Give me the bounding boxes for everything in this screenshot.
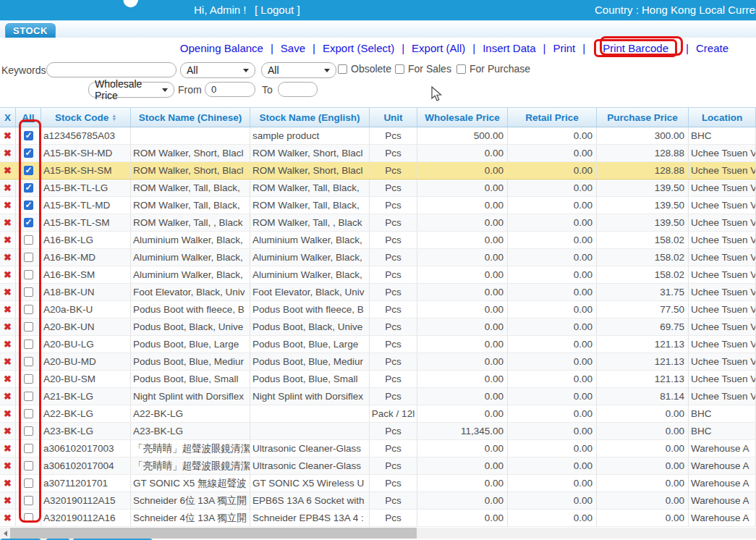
- row-checkbox[interactable]: [24, 409, 33, 418]
- toolbar-link-export-all-[interactable]: Export (All): [412, 42, 465, 54]
- row-checkbox[interactable]: [24, 305, 33, 314]
- cell-retail-price: 0.00: [508, 475, 597, 492]
- delete-row-icon[interactable]: ✖: [4, 200, 12, 211]
- col-header-all[interactable]: All: [16, 108, 41, 127]
- delete-row-icon[interactable]: ✖: [4, 460, 12, 471]
- cell-purchase-price: 139.50: [597, 197, 689, 214]
- row-checkbox[interactable]: [24, 201, 33, 210]
- delete-row-icon[interactable]: ✖: [4, 356, 12, 367]
- for-sales-checkbox[interactable]: [395, 64, 404, 74]
- toolbar-link-insert-data[interactable]: Insert Data: [483, 42, 535, 54]
- row-checkbox[interactable]: [24, 148, 33, 158]
- table-row: ✖a123456785A03sample productPcs500.000.0…: [0, 127, 756, 145]
- row-checkbox[interactable]: [24, 287, 33, 297]
- keywords-input[interactable]: [46, 62, 177, 77]
- cell-wholesale-price: 0.00: [417, 371, 508, 387]
- delete-row-icon[interactable]: ✖: [4, 512, 12, 523]
- price-to-input[interactable]: [278, 82, 318, 97]
- cell-stock-code: A20-BU-LG: [41, 336, 131, 353]
- cell-unit: Pcs: [370, 318, 417, 335]
- delete-cell: ✖: [0, 423, 16, 439]
- tab-stock[interactable]: STOCK: [5, 23, 56, 38]
- row-checkbox[interactable]: [24, 253, 33, 262]
- row-checkbox[interactable]: [24, 478, 33, 488]
- delete-row-icon[interactable]: ✖: [4, 391, 12, 402]
- col-header-stock-code[interactable]: Stock Code▲▼: [41, 108, 131, 127]
- table-row: ✖A20-BU-MDPodus Boot, Blue, MediurPodus …: [0, 353, 756, 371]
- row-checkbox[interactable]: [24, 183, 33, 193]
- delete-row-icon[interactable]: ✖: [4, 269, 12, 280]
- toolbar-link-opening-balance[interactable]: Opening Balance: [180, 42, 263, 54]
- col-header-stock-name-chinese-: Stock Name (Chinese): [131, 108, 250, 127]
- row-checkbox[interactable]: [24, 235, 33, 245]
- cell-wholesale-price: 0.00: [417, 266, 508, 283]
- delete-row-icon[interactable]: ✖: [4, 443, 12, 454]
- price-type-select[interactable]: Wholesale Price: [88, 82, 174, 98]
- row-checkbox[interactable]: [24, 131, 33, 140]
- delete-row-icon[interactable]: ✖: [4, 252, 12, 263]
- checkbox-cell: [16, 232, 41, 248]
- delete-row-icon[interactable]: ✖: [4, 339, 12, 350]
- delete-row-icon[interactable]: ✖: [4, 408, 12, 419]
- cell-location: Uchee Tsuen V: [689, 353, 756, 370]
- sort-icon: ▲▼: [111, 114, 116, 121]
- delete-row-icon[interactable]: ✖: [4, 165, 12, 176]
- row-checkbox[interactable]: [24, 270, 33, 279]
- table-row: ✖A20-BU-LGPodus Boot, Blue, LargePodus B…: [0, 336, 756, 353]
- price-from-input[interactable]: [205, 82, 255, 97]
- row-checkbox[interactable]: [24, 444, 33, 453]
- row-checkbox[interactable]: [24, 357, 33, 366]
- toolbar-link-save[interactable]: Save: [281, 42, 305, 54]
- logout-link[interactable]: [ Logout ]: [255, 4, 300, 16]
- cell-name-chinese: Podus Boot with fleece, B: [131, 301, 250, 318]
- cell-name-english: Ultrasonic Cleaner-Glass: [250, 440, 370, 457]
- obsolete-checkbox[interactable]: [338, 64, 347, 74]
- category2-select[interactable]: All: [261, 62, 336, 78]
- delete-row-icon[interactable]: ✖: [4, 495, 12, 506]
- row-checkbox[interactable]: [24, 218, 33, 227]
- delete-row-icon[interactable]: ✖: [4, 182, 12, 193]
- for-purchase-checkbox[interactable]: [456, 64, 466, 74]
- delete-row-icon[interactable]: ✖: [4, 148, 12, 159]
- col-header-label: Stock Code: [55, 112, 109, 123]
- cell-purchase-price: 31.75: [597, 284, 689, 300]
- table-row: ✖a30711201701GT SONIC X5 無線超聲波GT SONIC X…: [0, 475, 756, 492]
- delete-row-icon[interactable]: ✖: [4, 426, 12, 436]
- scrollbar-thumb[interactable]: [10, 528, 417, 539]
- delete-row-icon[interactable]: ✖: [4, 321, 12, 332]
- delete-row-icon[interactable]: ✖: [4, 235, 12, 245]
- delete-row-icon[interactable]: ✖: [4, 287, 12, 298]
- delete-row-icon[interactable]: ✖: [4, 304, 12, 315]
- delete-row-icon[interactable]: ✖: [4, 374, 12, 384]
- cell-name-english: Podus Boot, Black, Unive: [250, 318, 370, 335]
- delete-row-icon[interactable]: ✖: [4, 217, 12, 228]
- delete-cell: ✖: [0, 405, 16, 422]
- toolbar-link-create[interactable]: Create: [696, 42, 729, 54]
- row-checkbox[interactable]: [24, 513, 33, 523]
- delete-cell: ✖: [0, 371, 16, 387]
- row-checkbox[interactable]: [24, 339, 33, 349]
- toolbar: Opening Balance|Save|Export (Select)|Exp…: [0, 38, 756, 58]
- row-checkbox[interactable]: [24, 166, 33, 175]
- row-checkbox[interactable]: [24, 426, 33, 436]
- cell-wholesale-price: 0.00: [417, 510, 508, 526]
- delete-row-icon[interactable]: ✖: [4, 130, 12, 141]
- delete-row-icon[interactable]: ✖: [4, 478, 12, 489]
- cell-purchase-price: 128.88: [597, 145, 689, 161]
- toolbar-link-print-barcode[interactable]: Print Barcode: [594, 39, 677, 57]
- toolbar-link-print[interactable]: Print: [553, 42, 575, 54]
- top-bar: Hi, Admin ! [ Logout ] Country : Hong Ko…: [0, 0, 756, 20]
- row-checkbox[interactable]: [24, 392, 33, 401]
- category1-select[interactable]: All: [180, 62, 255, 78]
- row-checkbox[interactable]: [24, 322, 33, 332]
- row-checkbox[interactable]: [24, 461, 33, 471]
- cell-name-english: [250, 405, 370, 422]
- col-header-retail-price: Retail Price: [508, 108, 597, 127]
- scroll-left-icon: [4, 531, 7, 536]
- row-checkbox[interactable]: [24, 374, 33, 384]
- cell-retail-price: 0.00: [508, 197, 597, 214]
- toolbar-link-export-select-[interactable]: Export (Select): [323, 42, 394, 54]
- cell-unit: Pcs: [370, 336, 417, 353]
- scroll-left-button[interactable]: [0, 528, 10, 539]
- row-checkbox[interactable]: [24, 496, 33, 505]
